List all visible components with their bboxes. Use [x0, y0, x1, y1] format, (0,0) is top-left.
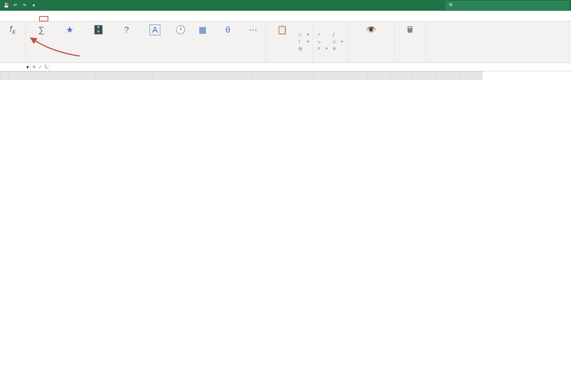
trace-prec-icon: ↗ [317, 32, 323, 38]
create-sel-icon: ▤ [298, 46, 304, 51]
evaluate-icon: ⊕ [332, 46, 338, 51]
show-formulas-button[interactable]: ƒ [331, 32, 345, 38]
calc-options-button[interactable]: 🖩 [397, 23, 424, 61]
formula-bar: ▾ ✕ ✓ fx [0, 63, 571, 71]
search-icon: 🔍 [449, 3, 454, 8]
financial-icon: 🗄️ [93, 25, 104, 35]
error-check-icon: ⚠ [332, 39, 338, 44]
spreadsheet-grid[interactable] [0, 71, 482, 80]
col-header[interactable] [314, 72, 367, 80]
col-header[interactable] [202, 72, 252, 80]
tab-view[interactable] [67, 16, 76, 21]
qat-dropdown-icon[interactable]: ▾ [31, 2, 37, 8]
watch-icon: 👁️ [365, 25, 376, 35]
sigma-icon: ∑ [36, 25, 47, 35]
calculator-icon: 🖩 [405, 25, 416, 35]
define-name-button[interactable]: ◇ ▾ [297, 32, 311, 38]
enter-icon[interactable]: ✓ [38, 64, 42, 70]
theta-icon: θ [222, 25, 233, 35]
math-button[interactable]: θ [214, 23, 241, 60]
search-input[interactable] [457, 3, 566, 8]
use-formula-icon: ƒ [298, 39, 304, 44]
name-box[interactable]: ▾ [0, 63, 31, 71]
tab-help[interactable] [76, 16, 85, 21]
tab-formulas[interactable] [39, 16, 48, 21]
text-button[interactable]: A [142, 23, 168, 60]
remove-arrows-icon: ✕ [317, 46, 323, 51]
recent-button[interactable]: ★ [56, 23, 83, 60]
col-header[interactable] [367, 72, 390, 80]
col-header[interactable] [95, 72, 153, 80]
formula-input[interactable] [49, 63, 571, 71]
watch-window-button[interactable]: 👁️ [350, 23, 392, 61]
name-manager-icon: 📋 [276, 25, 287, 35]
tab-pagelayout[interactable] [30, 16, 39, 21]
lookup-button[interactable]: ▦ [192, 23, 213, 60]
use-in-formula-button[interactable]: ƒ ▾ [297, 39, 311, 45]
search-box[interactable]: 🔍 [446, 1, 569, 10]
datetime-button[interactable]: 🕐 [170, 23, 191, 60]
clock-icon: 🕐 [175, 25, 186, 35]
name-manager-button[interactable]: 📋 [268, 23, 295, 60]
more-functions-button[interactable]: ⋯ [243, 23, 263, 60]
title-bar: 💾 ↶ ↷ ▾ 🔍 [0, 0, 571, 11]
logical-button[interactable]: ? [113, 23, 140, 60]
name-box-input[interactable] [2, 64, 26, 70]
tab-file[interactable] [2, 16, 12, 21]
ribbon: fx ∑ ★ 🗄️ ? A 🕐 ▦ θ ⋯ 📋 ◇ ▾ ƒ ▾ ▤ [0, 21, 571, 63]
create-from-selection-button[interactable]: ▤ [297, 46, 311, 52]
col-header[interactable] [413, 72, 436, 80]
trace-dep-icon: ↘ [317, 39, 323, 44]
fx-icon: fx [7, 25, 18, 35]
more-icon: ⋯ [248, 25, 258, 35]
ribbon-tabs [0, 11, 571, 21]
save-icon[interactable]: 💾 [3, 2, 9, 8]
col-header[interactable] [9, 72, 95, 80]
autosum-button[interactable]: ∑ [28, 23, 55, 60]
lookup-icon: ▦ [197, 25, 208, 35]
text-icon: A [150, 25, 160, 35]
error-check-button[interactable]: ⚠ ▾ [331, 39, 345, 45]
financial-button[interactable]: 🗄️ [85, 23, 112, 60]
define-name-icon: ◇ [298, 32, 304, 38]
col-header[interactable] [153, 72, 202, 80]
cancel-icon[interactable]: ✕ [32, 64, 36, 70]
col-header[interactable] [436, 72, 459, 80]
logical-icon: ? [121, 25, 132, 35]
insert-function-button[interactable]: fx [2, 23, 23, 61]
remove-arrows-button[interactable]: ✕ ▾ [316, 46, 329, 52]
evaluate-formula-button[interactable]: ⊕ [331, 46, 345, 52]
trace-precedents-button[interactable]: ↗ [316, 32, 329, 38]
star-icon: ★ [64, 25, 75, 35]
trace-dependents-button[interactable]: ↘ [316, 39, 329, 45]
tab-review[interactable] [58, 16, 67, 21]
tab-home[interactable] [12, 16, 21, 21]
col-header[interactable] [390, 72, 413, 80]
fx-bar-icon[interactable]: fx [44, 64, 48, 70]
select-all-corner[interactable] [0, 72, 9, 80]
show-formulas-icon: ƒ [332, 32, 338, 38]
tab-data[interactable] [48, 16, 58, 21]
col-header[interactable] [459, 72, 482, 80]
col-header[interactable] [252, 72, 314, 80]
redo-icon[interactable]: ↷ [21, 2, 28, 8]
undo-icon[interactable]: ↶ [12, 2, 18, 8]
tab-insert[interactable] [21, 16, 30, 21]
